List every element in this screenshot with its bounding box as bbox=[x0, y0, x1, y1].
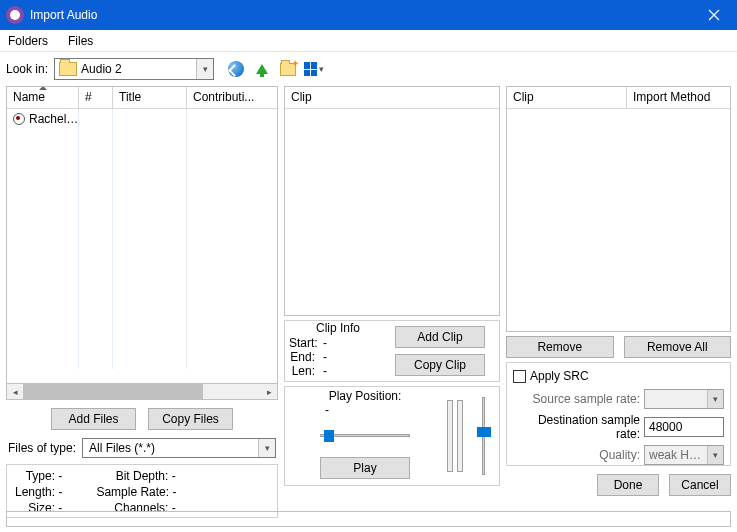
slider-thumb[interactable] bbox=[324, 430, 334, 442]
file-col-contrib[interactable]: Contributi... bbox=[187, 87, 277, 108]
play-button[interactable]: Play bbox=[320, 457, 410, 479]
src-rate-select[interactable]: ▾ bbox=[644, 389, 724, 409]
lookin-folder-text: Audio 2 bbox=[81, 62, 196, 76]
quality-label: Quality: bbox=[513, 448, 640, 462]
prop-length-val: - bbox=[58, 485, 62, 499]
import-list: Clip Import Method bbox=[506, 86, 731, 332]
volume-slider[interactable] bbox=[477, 397, 489, 475]
src-box: Apply SRC Source sample rate: ▾ Destinat… bbox=[506, 362, 731, 466]
audio-file-icon bbox=[13, 113, 25, 125]
copy-clip-button[interactable]: Copy Clip bbox=[395, 354, 485, 376]
clip-len-val: - bbox=[323, 364, 327, 378]
clip-start-val: - bbox=[323, 336, 327, 350]
dst-rate-label: Destination sample rate: bbox=[513, 413, 640, 441]
new-folder-icon bbox=[280, 63, 296, 76]
dropdown-arrow-icon[interactable]: ▾ bbox=[707, 390, 723, 408]
import-col-method[interactable]: Import Method bbox=[627, 87, 730, 108]
clip-info-title: Clip Info bbox=[289, 321, 387, 336]
dropdown-arrow-icon[interactable]: ▾ bbox=[196, 59, 213, 79]
scroll-right-arrow[interactable]: ▸ bbox=[261, 384, 277, 399]
file-properties: Type: - Length: - Size: - Bit Depth: - S… bbox=[6, 464, 278, 518]
status-bar bbox=[6, 511, 731, 527]
play-position-value: - bbox=[285, 403, 329, 417]
import-list-body[interactable] bbox=[507, 109, 730, 331]
window-title: Import Audio bbox=[30, 8, 691, 22]
up-arrow-icon bbox=[256, 64, 268, 74]
sort-ascending-icon bbox=[39, 87, 47, 90]
filetype-label: Files of type: bbox=[8, 441, 76, 455]
clip-end-val: - bbox=[323, 350, 327, 364]
copy-files-button[interactable]: Copy Files bbox=[148, 408, 233, 430]
scroll-track[interactable] bbox=[23, 384, 261, 399]
back-button[interactable] bbox=[226, 59, 246, 79]
new-folder-button[interactable] bbox=[278, 59, 298, 79]
chevron-down-icon: ▾ bbox=[319, 64, 324, 74]
view-menu-button[interactable]: ▾ bbox=[304, 59, 324, 79]
menu-folders[interactable]: Folders bbox=[4, 32, 52, 50]
clip-preview-header[interactable]: Clip bbox=[285, 87, 499, 109]
file-table-hscroll[interactable]: ◂ ▸ bbox=[6, 384, 278, 400]
vslider-thumb[interactable] bbox=[477, 427, 491, 437]
lookin-folder-select[interactable]: Audio 2 ▾ bbox=[54, 58, 214, 80]
folder-icon bbox=[59, 62, 77, 76]
cancel-button[interactable]: Cancel bbox=[669, 474, 731, 496]
filetype-value: All Files (*.*) bbox=[89, 441, 155, 455]
prop-bitdepth-key: Bit Depth: bbox=[96, 469, 168, 483]
file-table-body[interactable]: Rachel ... bbox=[7, 109, 277, 369]
lookin-label: Look in: bbox=[6, 62, 48, 76]
src-rate-label: Source sample rate: bbox=[513, 392, 640, 406]
apply-src-checkbox[interactable]: Apply SRC bbox=[513, 369, 724, 383]
scroll-thumb[interactable] bbox=[23, 384, 203, 399]
dropdown-arrow-icon[interactable]: ▾ bbox=[258, 439, 275, 457]
clip-preview-body[interactable] bbox=[285, 109, 499, 315]
prop-srate-val: - bbox=[172, 485, 176, 499]
clip-preview-list: Clip bbox=[284, 86, 500, 316]
remove-all-button[interactable]: Remove All bbox=[624, 336, 732, 358]
vertical-sliders bbox=[445, 387, 499, 485]
filetype-row: Files of type: All Files (*.*) ▾ bbox=[6, 438, 278, 464]
close-icon bbox=[708, 9, 720, 21]
prop-bitdepth-val: - bbox=[172, 469, 176, 483]
file-row-name: Rachel ... bbox=[29, 112, 79, 126]
play-position-label: Play Position: bbox=[329, 389, 402, 403]
add-files-button[interactable]: Add Files bbox=[51, 408, 136, 430]
clip-info-box: Clip Info Start:- End:- Len:- Add Clip C… bbox=[284, 320, 500, 382]
file-table-header: Name # Title Contributi... bbox=[7, 87, 277, 109]
quality-select[interactable]: weak Head (Slowest▾ bbox=[644, 445, 724, 465]
dst-rate-value: 48000 bbox=[649, 420, 682, 434]
file-table: Name # Title Contributi... Rachel ... bbox=[6, 86, 278, 384]
filetype-select[interactable]: All Files (*.*) ▾ bbox=[82, 438, 276, 458]
scroll-left-arrow[interactable]: ◂ bbox=[7, 384, 23, 399]
view-grid-icon bbox=[304, 62, 317, 76]
checkbox-empty-icon bbox=[513, 370, 526, 383]
file-col-num[interactable]: # bbox=[79, 87, 113, 108]
play-position-slider[interactable] bbox=[320, 425, 410, 445]
dropdown-arrow-icon[interactable]: ▾ bbox=[707, 446, 723, 464]
dst-rate-input[interactable]: 48000 bbox=[644, 417, 724, 437]
clip-actions: Add Clip Copy Clip bbox=[395, 321, 499, 381]
done-button[interactable]: Done bbox=[597, 474, 659, 496]
menu-files[interactable]: Files bbox=[64, 32, 97, 50]
app-icon bbox=[6, 6, 24, 24]
main-area: Name # Title Contributi... Rachel ... ◂ … bbox=[0, 86, 737, 522]
clip-start-key: Start: bbox=[289, 336, 323, 350]
lookin-row: Look in: Audio 2 ▾ ▾ bbox=[0, 52, 737, 86]
level-meters bbox=[447, 400, 463, 472]
remove-button[interactable]: Remove bbox=[506, 336, 614, 358]
file-col-title[interactable]: Title bbox=[113, 87, 187, 108]
clip-info: Clip Info Start:- End:- Len:- bbox=[285, 321, 391, 381]
file-col-name[interactable]: Name bbox=[7, 87, 79, 108]
add-clip-button[interactable]: Add Clip bbox=[395, 326, 485, 348]
window-close-button[interactable] bbox=[691, 0, 737, 30]
prop-type-key: Type: bbox=[15, 469, 55, 483]
prop-type-val: - bbox=[58, 469, 62, 483]
level-meter-left bbox=[447, 400, 453, 472]
file-col-name-label: Name bbox=[13, 90, 45, 104]
up-one-level-button[interactable] bbox=[252, 59, 272, 79]
prop-srate-key: Sample Rate: bbox=[96, 485, 169, 499]
file-row[interactable]: Rachel ... bbox=[7, 110, 277, 128]
import-col-clip[interactable]: Clip bbox=[507, 87, 627, 108]
src-grid: Source sample rate: ▾ Destination sample… bbox=[513, 389, 724, 465]
right-buttons: Remove Remove All bbox=[506, 336, 731, 358]
clip-len-key: Len: bbox=[289, 364, 323, 378]
